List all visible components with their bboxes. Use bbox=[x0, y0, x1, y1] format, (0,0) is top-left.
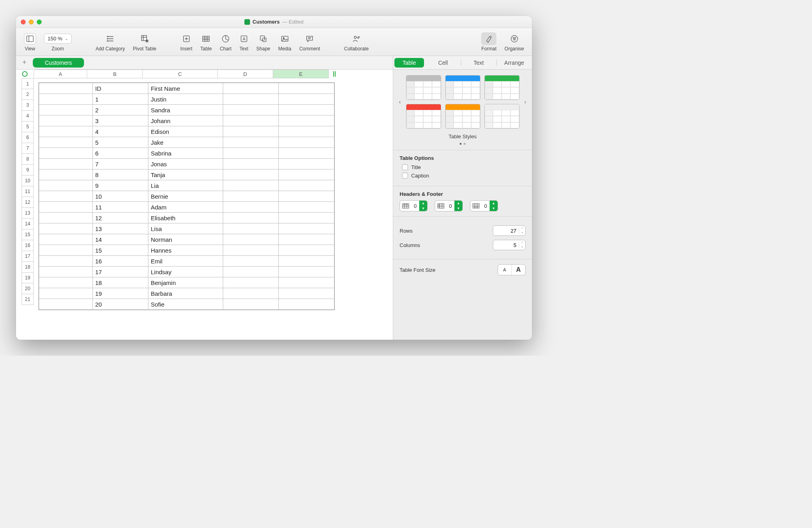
insert-button[interactable]: Insert bbox=[180, 32, 192, 52]
cell[interactable] bbox=[39, 169, 93, 180]
font-size-buttons[interactable]: A A bbox=[498, 264, 526, 275]
cell[interactable] bbox=[279, 126, 334, 137]
sheet-tab-customers[interactable]: Customers bbox=[33, 58, 84, 68]
cell[interactable] bbox=[279, 299, 334, 310]
styles-prev-button[interactable]: ‹ bbox=[396, 98, 404, 106]
cell[interactable] bbox=[223, 94, 279, 105]
row-header[interactable]: 11 bbox=[22, 186, 34, 197]
cell[interactable] bbox=[223, 202, 279, 213]
cell[interactable] bbox=[279, 94, 334, 105]
rows-input[interactable]: ⌃⌄ bbox=[493, 225, 526, 236]
row-header[interactable]: 16 bbox=[22, 240, 34, 251]
cell[interactable]: Sabrina bbox=[148, 148, 223, 159]
cell[interactable]: 17 bbox=[93, 267, 148, 277]
cell[interactable] bbox=[279, 234, 334, 245]
cell[interactable] bbox=[39, 148, 93, 159]
table-style-thumb[interactable] bbox=[484, 75, 520, 100]
row-header[interactable]: 15 bbox=[22, 229, 34, 240]
row-header[interactable]: 21 bbox=[22, 294, 34, 305]
cell[interactable] bbox=[279, 245, 334, 256]
table-style-thumb[interactable] bbox=[445, 75, 480, 100]
cell[interactable] bbox=[39, 267, 93, 277]
cell[interactable] bbox=[279, 105, 334, 116]
cell[interactable] bbox=[279, 223, 334, 234]
cell[interactable]: 2 bbox=[93, 105, 148, 116]
fullscreen-window-button[interactable] bbox=[37, 20, 42, 24]
add-column-handle[interactable] bbox=[330, 70, 338, 78]
cell[interactable] bbox=[279, 148, 334, 159]
row-header[interactable]: 12 bbox=[22, 197, 34, 208]
table-style-thumb[interactable] bbox=[406, 104, 441, 129]
cell[interactable] bbox=[223, 267, 279, 277]
cell[interactable]: Tanja bbox=[148, 169, 223, 180]
cell[interactable] bbox=[39, 223, 93, 234]
cell[interactable]: Norman bbox=[148, 234, 223, 245]
cell[interactable] bbox=[223, 191, 279, 202]
cell[interactable] bbox=[39, 83, 93, 94]
cell[interactable] bbox=[39, 126, 93, 137]
header-cols-stepper[interactable]: 0 ▲▼ bbox=[435, 200, 463, 211]
cell[interactable] bbox=[223, 169, 279, 180]
cell[interactable] bbox=[223, 126, 279, 137]
cell[interactable]: Jake bbox=[148, 137, 223, 148]
row-header[interactable]: 9 bbox=[22, 165, 34, 175]
cell[interactable]: 18 bbox=[93, 277, 148, 288]
cell[interactable]: 11 bbox=[93, 202, 148, 213]
cell[interactable] bbox=[223, 137, 279, 148]
comment-button[interactable]: Comment bbox=[299, 32, 320, 52]
cell[interactable]: 14 bbox=[93, 234, 148, 245]
cell[interactable]: Lindsay bbox=[148, 267, 223, 277]
cell[interactable] bbox=[39, 256, 93, 267]
cell[interactable]: Sofie bbox=[148, 299, 223, 310]
inspector-tab-cell[interactable]: Cell bbox=[425, 57, 461, 68]
columns-input[interactable]: ⌃⌄ bbox=[493, 240, 526, 250]
cell[interactable] bbox=[223, 288, 279, 299]
cell[interactable]: Lisa bbox=[148, 223, 223, 234]
cell[interactable]: 6 bbox=[93, 148, 148, 159]
title-checkbox[interactable]: Title bbox=[402, 164, 526, 170]
cell[interactable] bbox=[279, 267, 334, 277]
column-header-A[interactable]: A bbox=[34, 70, 87, 78]
cell[interactable] bbox=[39, 94, 93, 105]
cell[interactable] bbox=[279, 288, 334, 299]
cell[interactable]: 12 bbox=[93, 213, 148, 223]
cell[interactable]: Emil bbox=[148, 256, 223, 267]
table-style-thumb[interactable] bbox=[406, 75, 441, 100]
cell[interactable]: 9 bbox=[93, 180, 148, 191]
cell[interactable]: Sandra bbox=[148, 105, 223, 116]
increase-font-button[interactable]: A bbox=[512, 265, 525, 275]
cell[interactable]: Hannes bbox=[148, 245, 223, 256]
row-header[interactable]: 3 bbox=[22, 100, 34, 111]
header-rows-stepper[interactable]: 0 ▲▼ bbox=[400, 200, 428, 211]
cell[interactable] bbox=[223, 299, 279, 310]
cell[interactable]: Elisabeth bbox=[148, 213, 223, 223]
cell[interactable] bbox=[223, 159, 279, 169]
add-sheet-button[interactable]: + bbox=[19, 58, 30, 68]
cell[interactable] bbox=[279, 116, 334, 126]
cell[interactable] bbox=[39, 191, 93, 202]
cell[interactable]: Jonas bbox=[148, 159, 223, 169]
inspector-tab-table[interactable]: Table bbox=[394, 58, 424, 68]
cell[interactable] bbox=[39, 137, 93, 148]
row-header[interactable]: 13 bbox=[22, 208, 34, 219]
cell[interactable]: Adam bbox=[148, 202, 223, 213]
row-header[interactable]: 10 bbox=[22, 175, 34, 186]
cell[interactable]: 7 bbox=[93, 159, 148, 169]
cell[interactable] bbox=[223, 116, 279, 126]
cell[interactable]: 20 bbox=[93, 299, 148, 310]
cell[interactable]: First Name bbox=[148, 83, 223, 94]
shape-button[interactable]: Shape bbox=[256, 32, 270, 52]
add-category-button[interactable]: Add Category bbox=[96, 32, 125, 52]
cell[interactable] bbox=[223, 245, 279, 256]
cell[interactable]: Lia bbox=[148, 180, 223, 191]
cell[interactable]: 3 bbox=[93, 116, 148, 126]
caption-checkbox[interactable]: Caption bbox=[402, 173, 526, 179]
close-window-button[interactable] bbox=[21, 20, 26, 24]
cell[interactable] bbox=[223, 223, 279, 234]
row-header[interactable]: 4 bbox=[22, 111, 34, 122]
table-selector-handle[interactable] bbox=[16, 70, 34, 78]
cell[interactable] bbox=[39, 234, 93, 245]
table-button[interactable]: Table bbox=[200, 32, 212, 52]
cell[interactable]: 1 bbox=[93, 94, 148, 105]
cell[interactable] bbox=[39, 288, 93, 299]
